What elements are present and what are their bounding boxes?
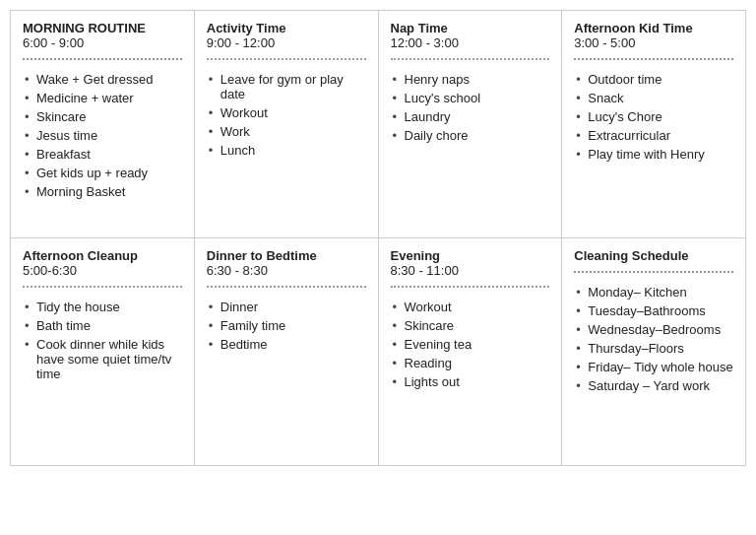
cell-header-afternoon-kid-time: Afternoon Kid Time3:00 - 5:00 xyxy=(574,21,733,60)
cell-body-nap-time: Henry napsLucy's schoolLaundryDaily chor… xyxy=(391,60,550,228)
list-item: Skincare xyxy=(23,107,182,126)
list-item: Jesus time xyxy=(23,126,182,145)
title-nap-time: Nap Time xyxy=(391,21,550,35)
title-dinner-to-bedtime: Dinner to Bedtime xyxy=(207,248,366,263)
cell-evening: Evening8:30 - 11:00WorkoutSkincareEvenin… xyxy=(379,238,563,466)
list-item: Play time with Henry xyxy=(574,145,733,164)
cell-cleaning-schedule: Cleaning ScheduleMonday– KitchenTuesday–… xyxy=(562,238,746,466)
cell-header-evening: Evening8:30 - 11:00 xyxy=(391,248,550,288)
list-item: Dinner xyxy=(207,298,366,316)
list-item: Workout xyxy=(207,103,366,122)
cell-header-cleaning-schedule: Cleaning Schedule xyxy=(574,248,733,273)
list-item: Extracurricular xyxy=(574,126,733,145)
cell-body-afternoon-cleanup: Tidy the houseBath timeCook dinner while… xyxy=(23,288,182,455)
list-item: Saturday – Yard work xyxy=(574,376,733,395)
cell-dinner-to-bedtime: Dinner to Bedtime6:30 - 8:30DinnerFamily… xyxy=(195,238,379,466)
list-item: Henry naps xyxy=(391,70,550,89)
title-evening: Evening xyxy=(391,248,550,263)
list-item: Work xyxy=(207,122,366,141)
list-item: Friday– Tidy whole house xyxy=(574,358,733,376)
title-afternoon-kid-time: Afternoon Kid Time xyxy=(574,21,733,35)
cell-header-nap-time: Nap Time12:00 - 3:00 xyxy=(391,21,550,60)
list-item: Bedtime xyxy=(207,335,366,354)
list-item: Daily chore xyxy=(391,126,550,145)
time-morning-routine: 6:00 - 9:00 xyxy=(23,35,182,50)
time-nap-time: 12:00 - 3:00 xyxy=(391,35,550,50)
list-item: Laundry xyxy=(391,107,550,126)
list-item: Cook dinner while kids have some quiet t… xyxy=(23,335,182,383)
schedule-grid: MORNING ROUTINE6:00 - 9:00Wake + Get dre… xyxy=(10,10,746,466)
time-activity-time: 9:00 - 12:00 xyxy=(207,35,366,50)
title-cleaning-schedule: Cleaning Schedule xyxy=(574,248,733,263)
cell-morning-routine: MORNING ROUTINE6:00 - 9:00Wake + Get dre… xyxy=(11,11,195,238)
list-item: Wake + Get dressed xyxy=(23,70,182,89)
list-item: Tuesday–Bathrooms xyxy=(574,301,733,320)
list-item: Workout xyxy=(391,298,550,316)
cell-afternoon-kid-time: Afternoon Kid Time3:00 - 5:00Outdoor tim… xyxy=(562,11,746,238)
cell-header-afternoon-cleanup: Afternoon Cleanup5:00-6:30 xyxy=(23,248,182,288)
cell-body-dinner-to-bedtime: DinnerFamily timeBedtime xyxy=(207,288,366,455)
list-item: Leave for gym or play date xyxy=(207,70,366,103)
cell-body-afternoon-kid-time: Outdoor timeSnackLucy's ChoreExtracurric… xyxy=(574,60,733,228)
list-item: Skincare xyxy=(391,316,550,335)
cell-nap-time: Nap Time12:00 - 3:00Henry napsLucy's sch… xyxy=(379,11,563,238)
cell-afternoon-cleanup: Afternoon Cleanup5:00-6:30Tidy the house… xyxy=(11,238,195,466)
list-item: Tidy the house xyxy=(23,298,182,316)
title-morning-routine: MORNING ROUTINE xyxy=(23,21,182,35)
cell-header-morning-routine: MORNING ROUTINE6:00 - 9:00 xyxy=(23,21,182,60)
list-item: Lunch xyxy=(207,141,366,160)
list-item: Snack xyxy=(574,89,733,107)
cell-activity-time: Activity Time9:00 - 12:00Leave for gym o… xyxy=(195,11,379,238)
list-item: Monday– Kitchen xyxy=(574,283,733,301)
list-item: Family time xyxy=(207,316,366,335)
cell-body-morning-routine: Wake + Get dressedMedicine + waterSkinca… xyxy=(23,60,182,228)
cell-body-activity-time: Leave for gym or play dateWorkoutWorkLun… xyxy=(207,60,366,228)
list-item: Medicine + water xyxy=(23,89,182,107)
time-evening: 8:30 - 11:00 xyxy=(391,263,550,278)
list-item: Wednesday–Bedrooms xyxy=(574,320,733,339)
list-item: Lucy's school xyxy=(391,89,550,107)
list-item: Lights out xyxy=(391,372,550,391)
list-item: Lucy's Chore xyxy=(574,107,733,126)
cell-header-dinner-to-bedtime: Dinner to Bedtime6:30 - 8:30 xyxy=(207,248,366,288)
title-afternoon-cleanup: Afternoon Cleanup xyxy=(23,248,182,263)
cell-body-cleaning-schedule: Monday– KitchenTuesday–BathroomsWednesda… xyxy=(574,273,733,440)
time-afternoon-cleanup: 5:00-6:30 xyxy=(23,263,182,278)
list-item: Outdoor time xyxy=(574,70,733,89)
list-item: Morning Basket xyxy=(23,182,182,201)
title-activity-time: Activity Time xyxy=(207,21,366,35)
list-item: Get kids up + ready xyxy=(23,164,182,182)
list-item: Breakfast xyxy=(23,145,182,164)
time-afternoon-kid-time: 3:00 - 5:00 xyxy=(574,35,733,50)
list-item: Evening tea xyxy=(391,335,550,354)
list-item: Thursday–Floors xyxy=(574,339,733,358)
cell-body-evening: WorkoutSkincareEvening teaReadingLights … xyxy=(391,288,550,455)
cell-header-activity-time: Activity Time9:00 - 12:00 xyxy=(207,21,366,60)
list-item: Reading xyxy=(391,354,550,372)
time-dinner-to-bedtime: 6:30 - 8:30 xyxy=(207,263,366,278)
list-item: Bath time xyxy=(23,316,182,335)
